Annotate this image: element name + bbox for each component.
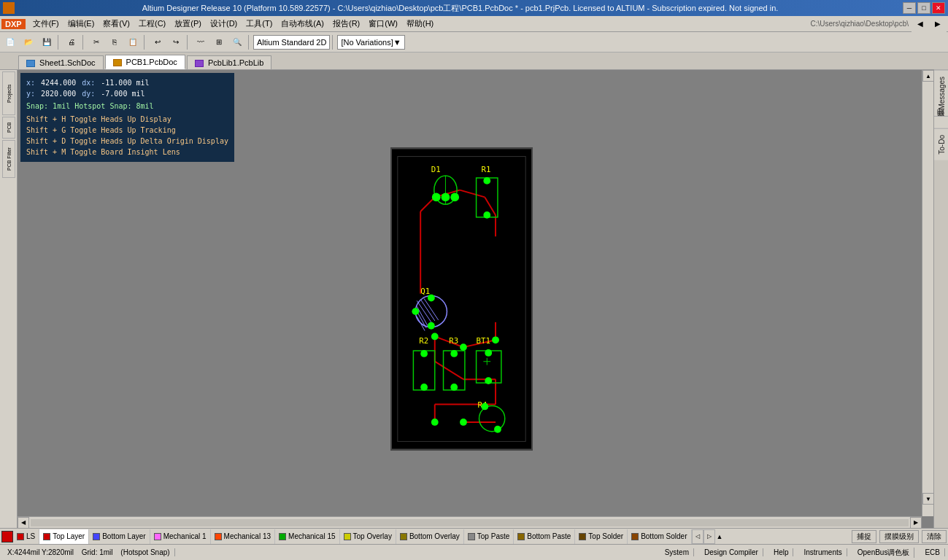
menu-report[interactable]: 报告(R)	[328, 17, 364, 31]
design-compiler-status[interactable]: Design Compiler	[700, 548, 763, 556]
dxp-menu[interactable]: DXP	[1, 19, 26, 29]
menu-place[interactable]: 放置(P)	[170, 17, 206, 31]
menu-file[interactable]: 文件(F)	[28, 17, 63, 31]
botsolder-color	[631, 533, 639, 540]
layer-scroll-right[interactable]: ▷	[704, 529, 715, 544]
tb-redo[interactable]: ↪	[167, 34, 185, 50]
clear-btn[interactable]: 清除	[922, 530, 947, 543]
film-level-btn[interactable]: 摆膜级别	[879, 530, 919, 543]
minimize-button[interactable]: ─	[903, 2, 916, 14]
botpaste-color	[517, 533, 525, 540]
horizontal-scrollbar[interactable]: ◀ ▶	[18, 516, 922, 528]
mech15-color	[279, 533, 286, 540]
menu-window[interactable]: 窗口(W)	[364, 17, 402, 31]
tb-component[interactable]: ⊞	[210, 34, 228, 50]
maximize-button[interactable]: □	[917, 2, 930, 14]
scroll-down-arrow[interactable]: ▼	[922, 493, 933, 505]
menu-help[interactable]: 帮助(H)	[402, 17, 438, 31]
y-label: y:	[26, 88, 35, 99]
openbus-status[interactable]: OpenBus调色板	[853, 548, 915, 558]
close-button[interactable]: ✕	[932, 2, 945, 14]
dx-value: -11.000 mil	[101, 77, 149, 88]
panel-messages[interactable]: Messages	[934, 70, 948, 116]
layer-bottom-paste[interactable]: Bottom Paste	[514, 529, 575, 544]
help-status[interactable]: Help	[769, 548, 794, 556]
tb-save[interactable]: 💾	[38, 34, 55, 50]
layer-mech13[interactable]: Mechanical 13	[211, 529, 275, 544]
svg-point-45	[450, 350, 458, 357]
layer-top-solder[interactable]: Top Solder	[575, 529, 628, 544]
pcb-tab-icon	[113, 59, 122, 66]
tb-undo[interactable]: ↩	[149, 34, 166, 50]
scroll-up-arrow[interactable]: ▲	[922, 70, 933, 82]
bottom-color	[93, 533, 100, 540]
tb-wire[interactable]: 〰	[192, 34, 209, 50]
canvas-area[interactable]: x: 4244.000 dx: -11.000 mil y: 2820.000 …	[18, 70, 933, 528]
grid-text: Grid: 1mil	[82, 548, 113, 556]
title-bar-controls: ─ □ ✕	[903, 2, 945, 14]
tab-pcb[interactable]: PCB1.PcbDoc	[105, 55, 185, 69]
tab-pcb-label: PCB1.PcbDoc	[126, 58, 177, 66]
active-layer-color	[1, 531, 13, 542]
variation-dropdown[interactable]: [No Variations] ▼	[337, 35, 404, 50]
info-panel: x: 4244.000 dx: -11.000 mil y: 2820.000 …	[20, 73, 234, 162]
ecb-status[interactable]: ECB	[920, 548, 945, 556]
menu-view[interactable]: 察看(V)	[99, 17, 134, 31]
scroll-left-arrow[interactable]: ◀	[18, 517, 29, 529]
capture-btn[interactable]: 捕捉	[852, 530, 876, 543]
tb-print[interactable]: 🖨	[63, 34, 80, 50]
toolbar-nav-back[interactable]: ◀	[912, 16, 929, 32]
layer-bottom-overlay[interactable]: Bottom Overlay	[396, 529, 464, 544]
toolbar-nav-fwd[interactable]: ▶	[929, 16, 947, 32]
menu-tools[interactable]: 工具(T)	[242, 17, 277, 31]
title-bar: Altium Designer Release 10 (Platform 10.…	[0, 0, 948, 16]
tb-copy[interactable]: ⎘	[106, 34, 123, 50]
tb-paste[interactable]: 📋	[124, 34, 142, 50]
sidebar-pcb-filter[interactable]: PCB Filter	[2, 140, 15, 178]
tab-schematic[interactable]: Sheet1.SchDoc	[18, 55, 104, 69]
menu-project[interactable]: 工程(C)	[134, 17, 170, 31]
h-scroll-track[interactable]	[31, 519, 909, 526]
sidebar-projects[interactable]: Projects	[2, 71, 15, 115]
title-text: Altium Designer Release 10 (Platform 10.…	[142, 3, 779, 14]
scroll-right-arrow[interactable]: ▶	[910, 517, 922, 529]
tab-pcblib[interactable]: PcbLib1.PcbLib	[187, 55, 272, 69]
layer-scroll-left[interactable]: ◁	[692, 529, 704, 544]
mech15-label: Mechanical 15	[288, 532, 335, 540]
layer-bottom[interactable]: Bottom Layer	[89, 529, 150, 544]
vertical-scrollbar[interactable]: ▲ ▼	[922, 70, 933, 516]
menu-design[interactable]: 设计(D)	[206, 17, 242, 31]
topov-label: Top Overlay	[353, 532, 392, 540]
menu-edit[interactable]: 编辑(E)	[63, 17, 99, 31]
sidebar-pcb[interactable]: PCB	[2, 117, 15, 139]
tb-new[interactable]: 📄	[1, 34, 19, 50]
tb-zoom-in[interactable]: 🔍	[228, 34, 246, 50]
layer-top-overlay[interactable]: Top Overlay	[340, 529, 396, 544]
layer-up-icon: ▲	[715, 533, 725, 540]
dy-label: dy:	[82, 88, 95, 99]
panel-translate[interactable]: 翻译	[934, 116, 948, 128]
instruments-status[interactable]: Instruments	[799, 548, 847, 556]
mech1-label: Mechanical 1	[163, 532, 207, 540]
layer-ls[interactable]: LS	[13, 529, 39, 544]
tb-sep-2	[82, 35, 85, 50]
layer-bottom-solder[interactable]: Bottom Solder	[628, 529, 691, 544]
top-color	[43, 533, 50, 540]
layer-top-paste[interactable]: Top Paste	[464, 529, 514, 544]
tb-sep-3	[144, 35, 147, 50]
layer-mech15[interactable]: Mechanical 15	[275, 529, 339, 544]
layer-mech1[interactable]: Mechanical 1	[150, 529, 211, 544]
system-status[interactable]: System	[660, 548, 694, 556]
svg-point-37	[412, 308, 419, 315]
svg-text:BT1: BT1	[476, 336, 490, 346]
layer-top[interactable]: Top Layer	[39, 529, 89, 544]
tb-sep-5	[248, 35, 251, 50]
tb-cut[interactable]: ✂	[88, 34, 105, 50]
view-dropdown[interactable]: Altium Standard 2D	[253, 35, 330, 50]
tb-open[interactable]: 📂	[20, 34, 37, 50]
mech1-color	[154, 533, 161, 540]
menu-autoroute[interactable]: 自动布线(A)	[277, 17, 328, 31]
coord-text: X:4244mil Y:2820mil	[7, 548, 74, 556]
panel-todo[interactable]: To-Do	[934, 128, 948, 160]
topsolder-label: Top Solder	[588, 532, 623, 540]
